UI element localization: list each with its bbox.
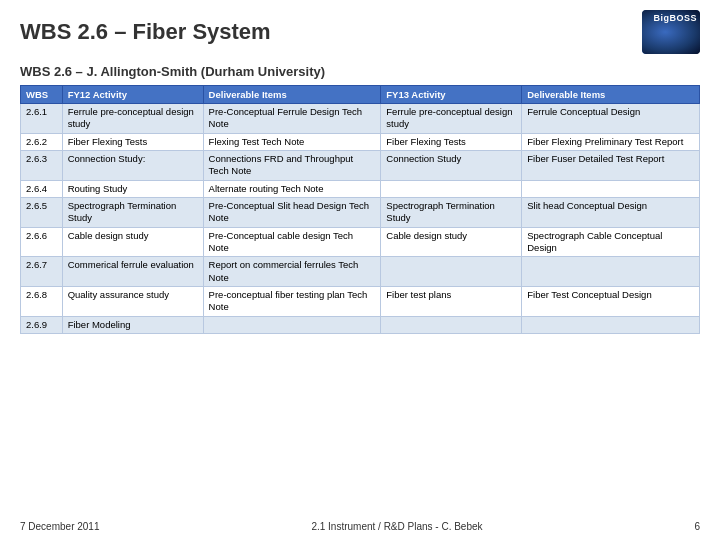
fy13-cell: Connection Study (381, 151, 522, 181)
deliv1-cell: Flexing Test Tech Note (203, 133, 381, 150)
deliv2-cell: Fiber Fuser Detailed Test Report (522, 151, 700, 181)
fy13-cell: Cable design study (381, 227, 522, 257)
deliv1-cell: Alternate routing Tech Note (203, 180, 381, 197)
table-row: 2.6.4Routing StudyAlternate routing Tech… (21, 180, 700, 197)
deliv2-cell: Ferrule Conceptual Design (522, 104, 700, 134)
fy12-cell: Spectrograph Termination Study (62, 198, 203, 228)
fy12-cell: Commerical ferrule evaluation (62, 257, 203, 287)
table-row: 2.6.2Fiber Flexing TestsFlexing Test Tec… (21, 133, 700, 150)
fy13-cell (381, 180, 522, 197)
deliv1-cell: Connections FRD and Throughput Tech Note (203, 151, 381, 181)
deliv1-cell: Pre-Conceptual Ferrule Design Tech Note (203, 104, 381, 134)
deliv2-cell: Fiber Test Conceptual Design (522, 287, 700, 317)
table-row: 2.6.7Commerical ferrule evaluationReport… (21, 257, 700, 287)
fy12-cell: Routing Study (62, 180, 203, 197)
deliv2-cell (522, 180, 700, 197)
deliv2-cell: Slit head Conceptual Design (522, 198, 700, 228)
logo-text: BigBOSS (653, 13, 697, 23)
fy12-cell: Cable design study (62, 227, 203, 257)
wbs-cell: 2.6.1 (21, 104, 63, 134)
fy13-cell (381, 257, 522, 287)
deliv2-cell: Fiber Flexing Preliminary Test Report (522, 133, 700, 150)
wbs-cell: 2.6.3 (21, 151, 63, 181)
wbs-cell: 2.6.7 (21, 257, 63, 287)
page-header: WBS 2.6 – Fiber System BigBOSS (0, 0, 720, 60)
wbs-cell: 2.6.4 (21, 180, 63, 197)
page-footer: 7 December 2011 2.1 Instrument / R&D Pla… (20, 521, 700, 532)
logo: BigBOSS (642, 10, 700, 54)
fy12-cell: Ferrule pre-conceptual design study (62, 104, 203, 134)
table-row: 2.6.9Fiber Modeling (21, 316, 700, 333)
deliv1-cell: Pre-conceptual fiber testing plan Tech N… (203, 287, 381, 317)
table-row: 2.6.3Connection Study:Connections FRD an… (21, 151, 700, 181)
deliv1-cell (203, 316, 381, 333)
fy13-cell: Spectrograph Termination Study (381, 198, 522, 228)
fy12-cell: Quality assurance study (62, 287, 203, 317)
fy12-cell: Fiber Modeling (62, 316, 203, 333)
page-title: WBS 2.6 – Fiber System (20, 19, 271, 45)
subtitle: WBS 2.6 – J. Allington-Smith (Durham Uni… (0, 60, 720, 85)
deliv2-cell: Spectrograph Cable Conceptual Design (522, 227, 700, 257)
wbs-table: WBS FY12 Activity Deliverable Items FY13… (20, 85, 700, 334)
deliv1-cell: Pre-Conceptual cable design Tech Note (203, 227, 381, 257)
table-header-row: WBS FY12 Activity Deliverable Items FY13… (21, 86, 700, 104)
footer-center: 2.1 Instrument / R&D Plans - C. Bebek (311, 521, 482, 532)
deliv2-cell (522, 257, 700, 287)
footer-date: 7 December 2011 (20, 521, 100, 532)
wbs-cell: 2.6.5 (21, 198, 63, 228)
wbs-cell: 2.6.9 (21, 316, 63, 333)
col-header-fy12: FY12 Activity (62, 86, 203, 104)
table-row: 2.6.5Spectrograph Termination StudyPre-C… (21, 198, 700, 228)
wbs-cell: 2.6.2 (21, 133, 63, 150)
fy13-cell (381, 316, 522, 333)
table-row: 2.6.8Quality assurance studyPre-conceptu… (21, 287, 700, 317)
table-row: 2.6.1Ferrule pre-conceptual design study… (21, 104, 700, 134)
col-header-deliv1: Deliverable Items (203, 86, 381, 104)
table-row: 2.6.6Cable design studyPre-Conceptual ca… (21, 227, 700, 257)
fy13-cell: Fiber Flexing Tests (381, 133, 522, 150)
deliv2-cell (522, 316, 700, 333)
col-header-deliv2: Deliverable Items (522, 86, 700, 104)
wbs-cell: 2.6.8 (21, 287, 63, 317)
fy12-cell: Connection Study: (62, 151, 203, 181)
deliv1-cell: Pre-Conceptual Slit head Design Tech Not… (203, 198, 381, 228)
fy13-cell: Ferrule pre-conceptual design study (381, 104, 522, 134)
main-table-container: WBS FY12 Activity Deliverable Items FY13… (0, 85, 720, 334)
col-header-wbs: WBS (21, 86, 63, 104)
col-header-fy13: FY13 Activity (381, 86, 522, 104)
fy13-cell: Fiber test plans (381, 287, 522, 317)
fy12-cell: Fiber Flexing Tests (62, 133, 203, 150)
deliv1-cell: Report on commercial ferrules Tech Note (203, 257, 381, 287)
footer-page: 6 (694, 521, 700, 532)
wbs-cell: 2.6.6 (21, 227, 63, 257)
